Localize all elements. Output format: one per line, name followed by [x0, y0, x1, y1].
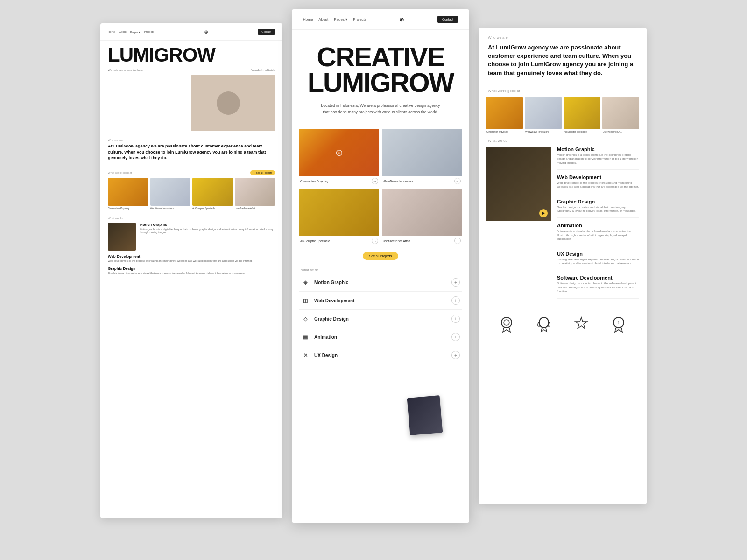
right-services-list: Motion Graphic Motion graphics is a digi…: [557, 147, 639, 303]
service-title-3: Graphic Design: [108, 266, 245, 271]
left-who-text: At LumiGrow agency we are passionate abo…: [108, 143, 275, 161]
left-hero-subtitle: We help you create the best Awarded worl…: [100, 67, 282, 73]
right-thumb-name-2: WebWeave Innovators: [525, 130, 562, 133]
right-service-item-4: Animation Animation is a visual art form…: [557, 223, 639, 246]
right-project-3[interactable]: AniSculptor Spectacle: [564, 97, 600, 133]
service-expand-2[interactable]: +: [451, 296, 460, 305]
left-project-2[interactable]: WebWeave Innovators: [150, 178, 191, 210]
center-service-row-3[interactable]: ◇ Graphic Design +: [299, 310, 462, 328]
see-all-badge[interactable]: → See all Projects: [250, 170, 275, 175]
left-project-3[interactable]: AniSculptor Spectacle: [192, 178, 233, 210]
center-hero-title: CREATIVE LUMIGROW: [303, 44, 458, 95]
service-expand-3[interactable]: +: [451, 315, 460, 323]
right-service-title-5: UX Design: [557, 251, 639, 257]
center-service-row-2[interactable]: ◫ Web Development +: [299, 292, 462, 310]
right-projects-grid: Cinemotion Odyssey WebWeave Innovators A…: [479, 97, 647, 133]
center-project-img-1: [299, 129, 379, 176]
right-service-title-1: Motion Graphic: [557, 147, 639, 152]
nav-about[interactable]: About: [119, 30, 127, 34]
left-service-3: Graphic Design Graphic design is creativ…: [108, 266, 275, 275]
center-nav: Home About Pages ▾ Projects ◎ Contact: [292, 9, 469, 30]
right-service-title-6: Software Development: [557, 275, 639, 280]
right-thumb-name-4: UserXcellence A...: [602, 130, 639, 133]
right-service-title-2: Web Development: [557, 175, 639, 180]
award-icon-4: 1: [611, 316, 626, 336]
center-see-all: See all Projects: [292, 251, 469, 260]
right-service-image: [486, 147, 551, 221]
left-service-1: Motion Graphic Motion graphics is a digi…: [108, 223, 275, 251]
center-service-left-3: ◇ Graphic Design: [301, 315, 349, 323]
center-project-arrow-1[interactable]: →: [372, 178, 378, 184]
left-hero-image: [191, 75, 275, 131]
graphic-design-icon: ◇: [301, 315, 310, 323]
right-content-row: Motion Graphic Motion graphics is a digi…: [479, 147, 647, 303]
award-icon-1: [499, 316, 514, 336]
left-project-4[interactable]: UserXcellence Affair: [235, 178, 275, 210]
service-title-2: Web Development: [108, 254, 253, 259]
project-name-1: Cinemotion Odyssey: [108, 207, 148, 210]
project-thumb-2: [150, 178, 191, 206]
center-contact-button[interactable]: Contact: [437, 16, 458, 23]
center-project-img-4: [382, 189, 462, 236]
center-nav-about[interactable]: About: [318, 17, 328, 21]
left-who-label: Who we are: [108, 139, 275, 141]
center-project-arrow-4[interactable]: →: [454, 238, 461, 244]
center-nav-pages[interactable]: Pages ▾: [334, 17, 347, 21]
center-project-2[interactable]: WebWeave Innovators →: [382, 129, 462, 186]
right-project-1[interactable]: Cinemotion Odyssey: [486, 97, 523, 133]
nav-projects[interactable]: Projects: [144, 30, 154, 34]
panel-left: Home About Pages ▾ Projects ◎ Contact LU…: [100, 23, 282, 518]
project-name-3: AniSculptor Spectacle: [192, 207, 233, 210]
right-thumb-4: [602, 97, 639, 129]
project-thumb-4: [235, 178, 275, 206]
floating-image: [407, 395, 443, 435]
service-expand-1[interactable]: +: [451, 278, 460, 287]
right-service-desc-3: Graphic design is creative and visual th…: [557, 205, 639, 213]
center-project-img-2: [382, 129, 462, 176]
left-project-1[interactable]: Cinemotion Odyssey: [108, 178, 148, 210]
center-project-1[interactable]: Cinemotion Odyssey →: [299, 129, 379, 186]
see-all-button[interactable]: See all Projects: [363, 252, 399, 260]
center-nav-home[interactable]: Home: [303, 17, 313, 21]
right-service-item-5: UX Design Crafting seamless digital expe…: [557, 251, 639, 271]
left-nav-links: Home About Pages ▾ Projects: [108, 30, 154, 34]
right-service-desc-4: Animation is a visual art form & multime…: [557, 229, 639, 241]
right-thumb-name-3: AniSculptor Spectacle: [564, 130, 600, 133]
nav-home[interactable]: Home: [108, 30, 115, 34]
right-thumb-name-1: Cinemotion Odyssey: [486, 130, 523, 133]
center-service-left-1: ◈ Motion Graphic: [301, 278, 348, 287]
service-expand-5[interactable]: +: [451, 351, 460, 359]
right-good-label: What we're good at: [479, 85, 647, 97]
left-hero-title: LUMIGROW: [100, 41, 282, 67]
contact-button[interactable]: Contact: [258, 29, 275, 35]
right-service-item-2: Web Development Web development is the p…: [557, 175, 639, 194]
center-service-row-5[interactable]: ✕ UX Design +: [299, 346, 462, 364]
center-nav-projects[interactable]: Projects: [353, 17, 366, 21]
screenshot-container: Home About Pages ▾ Projects ◎ Contact LU…: [0, 0, 747, 560]
service-desc-1: Motion graphics is a digital technique t…: [140, 228, 275, 235]
right-service-desc-1: Motion graphics is a digital technique t…: [557, 153, 639, 165]
right-project-2[interactable]: WebWeave Innovators: [525, 97, 562, 133]
center-project-arrow-3[interactable]: →: [372, 238, 378, 244]
service-expand-4[interactable]: +: [451, 333, 460, 341]
right-project-4[interactable]: UserXcellence A...: [602, 97, 639, 133]
center-service-row-1[interactable]: ◈ Motion Graphic +: [299, 273, 462, 292]
animation-icon: ▣: [301, 333, 310, 341]
center-hero: CREATIVE LUMIGROW Located in Indonesia, …: [292, 30, 469, 125]
right-service-desc-2: Web development is the process of creati…: [557, 181, 639, 189]
center-projects-grid: Cinemotion Odyssey → WebWeave Innovators…: [292, 129, 469, 246]
center-service-list: ◈ Motion Graphic + ◫ Web Development + ◇…: [292, 273, 469, 364]
panel-right: Who we are At LumiGrow agency we are pas…: [479, 28, 647, 504]
service-desc-2: Web development is the process of creati…: [108, 259, 253, 263]
right-thumb-3: [564, 97, 600, 129]
left-service-content-2: Web Development Web development is the p…: [108, 254, 253, 263]
project-thumb-3: [192, 178, 233, 206]
service-title-1: Motion Graphic: [140, 223, 275, 227]
center-service-row-4[interactable]: ▣ Animation +: [299, 328, 462, 346]
center-project-4[interactable]: UserXcellence Affair →: [382, 189, 462, 246]
nav-pages[interactable]: Pages ▾: [130, 30, 141, 34]
center-project-arrow-2[interactable]: →: [454, 178, 461, 184]
center-project-3[interactable]: AniSculptor Spectacle →: [299, 189, 379, 246]
right-service-item-6: Software Development Software design is …: [557, 275, 639, 298]
right-about-text: At LumiGrow agency we are passionate abo…: [479, 43, 647, 85]
